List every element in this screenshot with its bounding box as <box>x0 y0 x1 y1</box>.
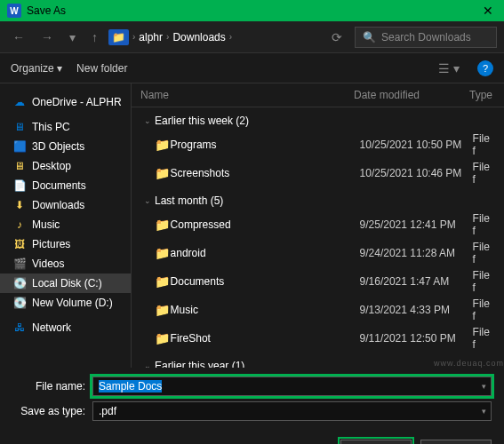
file-row[interactable]: 📁android9/24/2021 11:28 AMFile f <box>132 239 504 267</box>
arrow-indicator-icon: ➡ <box>316 439 332 444</box>
filename-input[interactable]: Sample Docs <box>92 377 492 396</box>
file-name: android <box>171 247 360 259</box>
sidebar-item-label: OneDrive - ALPHR <box>32 96 122 108</box>
close-icon[interactable]: ✕ <box>479 4 497 18</box>
sidebar-item-this-pc[interactable]: 🖥 This PC <box>0 117 131 137</box>
pictures-icon: 🖼 <box>12 237 27 251</box>
folder-icon: 🟦 <box>12 139 27 154</box>
folder-icon: 📁 <box>155 331 171 345</box>
main-area: ☁ OneDrive - ALPHR 🖥 This PC 🟦 3D Object… <box>0 83 504 368</box>
file-date: 10/25/2021 10:50 PM <box>360 139 473 151</box>
videos-icon: 🎬 <box>12 257 27 271</box>
recent-chevron-icon[interactable]: ▾ <box>64 27 81 48</box>
folder-icon: 📁 <box>155 246 171 260</box>
up-icon[interactable]: ↑ <box>86 27 103 48</box>
save-as-type-label: Save as type: <box>12 405 92 417</box>
column-headers: Name Date modified Type <box>132 83 504 107</box>
sidebar-item-pictures[interactable]: 🖼 Pictures <box>0 234 131 254</box>
breadcrumb-root[interactable]: alphr <box>139 31 163 44</box>
sidebar-item-local-disk-c[interactable]: 💽 Local Disk (C:) <box>0 274 131 293</box>
search-icon: 🔍 <box>363 31 376 44</box>
disk-icon: 💽 <box>12 276 27 290</box>
sidebar: ☁ OneDrive - ALPHR 🖥 This PC 🟦 3D Object… <box>0 83 132 368</box>
save-as-type-select[interactable]: .pdf <box>92 401 492 421</box>
sidebar-item-network[interactable]: 🖧 Network <box>0 318 131 337</box>
sidebar-item-downloads[interactable]: ⬇ Downloads <box>0 195 131 215</box>
file-type: File f <box>473 132 495 157</box>
footer: ⌃ Hide Folders ➡ Save Cancel <box>0 433 504 444</box>
organize-button[interactable]: Organize ▾ <box>11 62 62 75</box>
sidebar-item-videos[interactable]: 🎬 Videos <box>0 254 131 274</box>
file-row[interactable]: 📁Programs10/25/2021 10:50 PMFile f <box>132 131 504 159</box>
network-icon: 🖧 <box>12 321 27 335</box>
search-input[interactable]: 🔍 Search Downloads <box>355 27 497 48</box>
nav-bar: ← → ▾ ↑ 📁 › alphr › Downloads › ⟳ 🔍 Sear… <box>0 21 504 53</box>
monitor-icon: 🖥 <box>12 120 27 134</box>
file-row[interactable]: 📁Music9/13/2021 4:33 PMFile f <box>132 296 504 324</box>
group-title: Last month (5) <box>155 194 223 207</box>
cancel-button[interactable]: Cancel <box>420 440 492 444</box>
sidebar-item-documents[interactable]: 📄 Documents <box>0 176 131 195</box>
file-date: 9/24/2021 11:28 AM <box>360 247 473 259</box>
file-type: File f <box>473 297 495 322</box>
search-placeholder: Search Downloads <box>381 31 471 44</box>
chevron-right-icon: › <box>166 32 169 42</box>
file-name: Programs <box>171 139 360 151</box>
file-row[interactable]: 📁Documents9/16/2021 1:47 AMFile f <box>132 267 504 296</box>
column-type[interactable]: Type <box>469 89 495 101</box>
sidebar-item-music[interactable]: ♪ Music <box>0 215 131 234</box>
file-name: Music <box>171 304 360 316</box>
file-row[interactable]: 📁Compressed9/25/2021 12:41 PMFile f <box>132 210 504 239</box>
file-type: File f <box>473 161 495 186</box>
file-row[interactable]: 📁FireShot9/11/2021 12:50 PMFile f <box>132 324 504 353</box>
group-header[interactable]: ⌄ Earlier this week (2) <box>132 107 504 131</box>
back-icon[interactable]: ← <box>7 27 30 48</box>
column-name[interactable]: Name <box>140 89 354 101</box>
chevron-right-icon: › <box>229 32 232 42</box>
column-date[interactable]: Date modified <box>354 89 469 101</box>
sidebar-item-label: Network <box>32 321 71 334</box>
chevron-down-icon: ⌄ <box>144 116 151 125</box>
save-button[interactable]: Save <box>340 440 412 444</box>
sidebar-item-new-volume-d[interactable]: 💽 New Volume (D:) <box>0 293 131 313</box>
folder-icon: 📁 <box>155 166 171 180</box>
group-title: Earlier this year (1) <box>155 360 244 368</box>
file-name: Documents <box>171 275 360 288</box>
file-type: File f <box>473 326 495 351</box>
help-icon[interactable]: ? <box>477 60 493 76</box>
sidebar-item-label: Downloads <box>32 199 84 211</box>
chevron-down-icon: ⌄ <box>144 196 151 205</box>
address-bar[interactable]: 📁 › alphr › Downloads › <box>108 29 319 45</box>
file-type: File f <box>473 269 495 294</box>
file-name: Compressed <box>171 218 360 231</box>
sidebar-item-onedrive[interactable]: ☁ OneDrive - ALPHR <box>0 92 131 112</box>
forward-icon[interactable]: → <box>36 27 59 48</box>
sidebar-item-label: Desktop <box>32 160 71 172</box>
music-icon: ♪ <box>12 218 27 232</box>
file-list: Name Date modified Type ⌄ Earlier this w… <box>132 83 504 368</box>
file-name: Screenshots <box>171 167 360 179</box>
file-row[interactable]: 📁Screenshots10/25/2021 10:46 PMFile f <box>132 159 504 187</box>
word-app-icon: W <box>7 4 21 18</box>
sidebar-item-label: Videos <box>32 258 64 270</box>
file-date: 9/11/2021 12:50 PM <box>360 332 473 345</box>
sidebar-item-3d-objects[interactable]: 🟦 3D Objects <box>0 137 131 156</box>
sidebar-item-label: Pictures <box>32 238 70 250</box>
sidebar-item-label: Local Disk (C:) <box>32 277 102 289</box>
refresh-icon[interactable]: ⟳ <box>324 27 349 48</box>
group-header[interactable]: ⌄ Last month (5) <box>132 187 504 210</box>
folder-icon: 📁 <box>155 138 171 152</box>
breadcrumb-folder[interactable]: Downloads <box>172 31 225 44</box>
folder-icon: 📁 <box>155 218 171 232</box>
group-header[interactable]: ⌄ Earlier this year (1) <box>132 353 504 368</box>
folder-icon: 📁 <box>155 274 171 289</box>
sidebar-item-desktop[interactable]: 🖥 Desktop <box>0 156 131 176</box>
file-name: FireShot <box>171 332 360 345</box>
file-date: 9/13/2021 4:33 PM <box>360 304 473 316</box>
new-folder-button[interactable]: New folder <box>76 62 127 75</box>
view-options-icon[interactable]: ☰ ▾ <box>435 61 463 75</box>
chevron-down-icon: ⌄ <box>144 361 151 368</box>
sidebar-item-label: Documents <box>32 179 86 192</box>
title-bar: W Save As ✕ <box>0 0 504 21</box>
folder-icon: 📁 <box>155 303 171 317</box>
